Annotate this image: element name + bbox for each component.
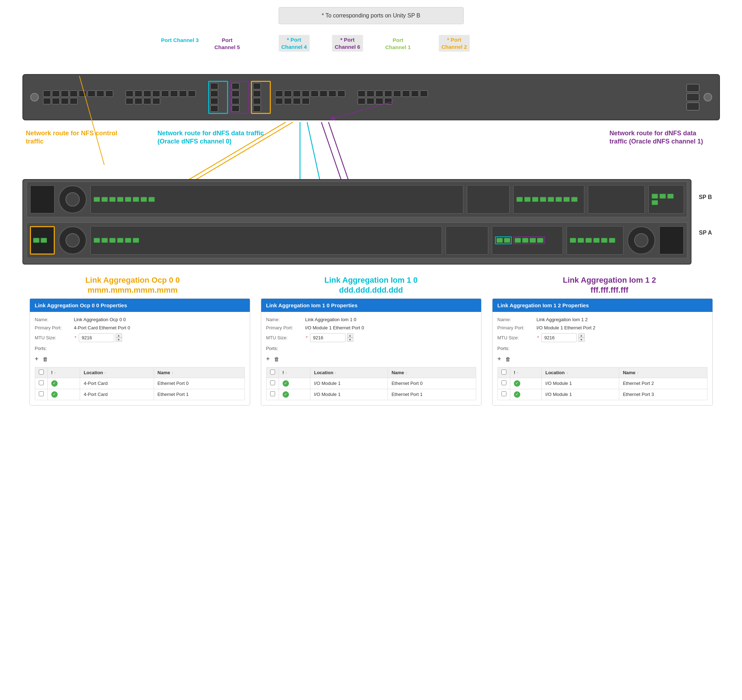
th-location-ocp00[interactable]: Location↑ — [80, 367, 154, 378]
td-status: ✓ — [510, 389, 542, 400]
port — [211, 90, 218, 97]
mtu-down-iom12[interactable]: ▼ — [578, 337, 585, 342]
th-status-iom10[interactable]: !↑ — [279, 367, 310, 378]
status-icon-ok: ✓ — [514, 391, 520, 398]
td-name: Ethernet Port 1 — [154, 389, 244, 400]
row-checkbox[interactable] — [501, 391, 506, 396]
sp-b-io-port — [548, 197, 554, 202]
td-name: Ethernet Port 1 — [388, 389, 476, 400]
th-status-ocp00[interactable]: !↑ — [47, 367, 80, 378]
ports-table-header-iom10: !↑ Location↑ Name↑ — [266, 367, 476, 378]
th-name-ocp00[interactable]: Name↑ — [154, 367, 244, 378]
port — [232, 105, 240, 112]
row-checkbox[interactable] — [501, 380, 506, 385]
sp-a-io-port — [496, 238, 503, 243]
td-location: 4-Port Card — [80, 389, 154, 400]
la-iom10-ip: ddd.ddd.ddd.ddd — [268, 286, 474, 295]
sp-b-port — [117, 197, 124, 202]
mtu-up-ocp00[interactable]: ▲ — [116, 333, 122, 337]
delete-port-button-iom12[interactable]: 🗑 — [505, 356, 511, 362]
td-checkbox[interactable] — [498, 389, 510, 400]
mtu-down-ocp00[interactable]: ▼ — [116, 337, 122, 342]
row-checkbox[interactable] — [39, 391, 44, 396]
port — [161, 90, 169, 97]
sp-a-port — [102, 238, 108, 243]
td-location: I/O Module 1 — [542, 389, 619, 400]
props-primary-port-label-iom10: Primary Port: — [266, 325, 305, 330]
ports-table-header-ocp00: !↑ Location↑ Name↑ — [35, 367, 244, 378]
annotation-dnfs1: Network route for dNFS data traffic (Ora… — [610, 129, 709, 146]
sp-b-right-port — [652, 200, 658, 205]
sp-a-io-port — [522, 238, 529, 243]
delete-port-button-ocp00[interactable]: 🗑 — [43, 356, 48, 362]
port — [275, 90, 283, 97]
port — [337, 90, 345, 97]
select-all-ocp00[interactable] — [39, 370, 44, 374]
mtu-stepper-ocp00[interactable]: ▲ ▼ — [116, 333, 122, 342]
ports-toolbar-ocp00: + 🗑 — [35, 354, 245, 364]
port — [211, 83, 218, 89]
td-checkbox[interactable] — [35, 378, 47, 389]
sp-a-cyan-port-group — [495, 236, 512, 244]
sp-b-port — [109, 197, 116, 202]
th-name-iom12[interactable]: Name↑ — [619, 367, 707, 378]
props-name-row-iom10: Name: Link Aggregation Iom 1 0 — [266, 317, 476, 322]
row-checkbox[interactable] — [270, 391, 275, 396]
mtu-input-ocp00[interactable] — [79, 333, 114, 342]
td-location: I/O Module 1 — [542, 378, 619, 389]
port-group-4 — [358, 90, 436, 104]
left-screw — [30, 93, 39, 102]
mtu-stepper-iom12[interactable]: ▲ ▼ — [578, 333, 585, 342]
select-all-iom10[interactable] — [270, 370, 275, 374]
mtu-up-iom12[interactable]: ▲ — [578, 333, 585, 337]
port-channel-diagram-wrap: Port Channel 3 PortChannel 5 * PortChann… — [22, 35, 720, 124]
chassis-section: SP B SP A — [22, 179, 720, 265]
port-group-2 — [126, 90, 204, 104]
highlighted-ports-group — [208, 81, 271, 114]
mtu-down-iom10[interactable]: ▼ — [347, 337, 353, 342]
select-all-iom12[interactable] — [501, 370, 506, 374]
sp-b-io-ports — [513, 185, 584, 214]
port — [143, 98, 151, 104]
td-checkbox[interactable] — [266, 389, 279, 400]
port — [284, 90, 292, 97]
th-location-iom12[interactable]: Location↑ — [542, 367, 619, 378]
sp-a-io-port — [530, 238, 536, 243]
td-checkbox[interactable] — [266, 378, 279, 389]
port — [152, 98, 160, 104]
td-name: Ethernet Port 2 — [619, 378, 707, 389]
th-name-iom10[interactable]: Name↑ — [388, 367, 476, 378]
props-primary-port-row-ocp00: Primary Port: 4-Port Card Ethernet Port … — [35, 325, 245, 330]
sp-a-ports-area — [90, 226, 442, 255]
td-checkbox[interactable] — [498, 378, 510, 389]
mtu-input-iom10[interactable] — [310, 333, 346, 342]
port — [253, 90, 261, 97]
row-checkbox[interactable] — [39, 380, 44, 385]
td-status: ✓ — [279, 378, 310, 389]
sp-b-port — [94, 197, 100, 202]
port-channel-2-label: * PortChannel 2 — [439, 35, 470, 52]
td-status: ✓ — [47, 389, 80, 400]
td-checkbox[interactable] — [35, 389, 47, 400]
status-icon-ok: ✓ — [514, 380, 520, 387]
port — [367, 90, 374, 97]
row-checkbox[interactable] — [270, 380, 275, 385]
th-status-iom12[interactable]: !↑ — [510, 367, 542, 378]
add-port-button-iom12[interactable]: + — [498, 355, 501, 363]
delete-port-button-iom10[interactable]: 🗑 — [274, 356, 279, 362]
td-location: I/O Module 1 — [310, 389, 388, 400]
table-row: ✓ I/O Module 1 Ethernet Port 3 — [498, 389, 707, 400]
ports-table-header-iom12: !↑ Location↑ Name↑ — [498, 367, 707, 378]
props-primary-port-row-iom10: Primary Port: I/O Module 1 Ethernet Port… — [266, 325, 476, 330]
td-location: 4-Port Card — [80, 378, 154, 389]
sp-a-extra-port — [593, 238, 600, 243]
sp-a-port — [94, 238, 100, 243]
mtu-input-iom12[interactable] — [541, 333, 577, 342]
mtu-up-iom10[interactable]: ▲ — [347, 333, 353, 337]
sp-a-io-port — [537, 238, 543, 243]
add-port-button-ocp00[interactable]: + — [35, 355, 39, 363]
th-location-iom10[interactable]: Location↑ — [310, 367, 388, 378]
purple-highlight-box — [230, 81, 249, 114]
add-port-button-iom10[interactable]: + — [266, 355, 270, 363]
mtu-stepper-iom10[interactable]: ▲ ▼ — [347, 333, 353, 342]
